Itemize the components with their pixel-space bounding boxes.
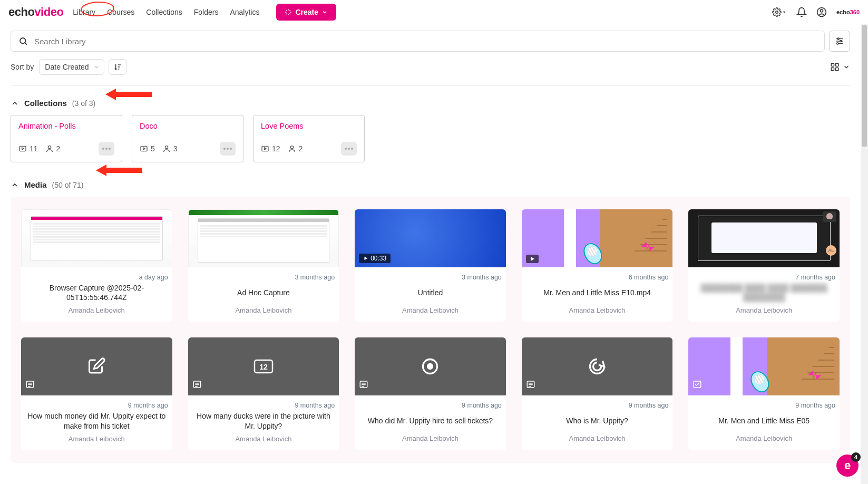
svg-point-30 <box>227 148 229 150</box>
media-card[interactable]: 9 months ago How much money did Mr. Uppi… <box>21 337 172 450</box>
svg-point-52 <box>428 364 433 369</box>
collection-menu-button[interactable] <box>220 142 236 156</box>
media-thumbnail: AL <box>688 209 840 267</box>
svg-point-24 <box>105 148 108 150</box>
filter-button[interactable] <box>829 31 850 52</box>
notifications-button[interactable] <box>796 7 807 17</box>
media-date: 3 months ago <box>357 274 504 281</box>
check-badge <box>693 380 702 391</box>
sparkle-icon <box>285 8 292 16</box>
duration-badge: 00:33 <box>359 254 391 263</box>
scrollbar-thumb[interactable] <box>862 25 867 147</box>
media-title: Ad Hoc Capture <box>190 283 337 302</box>
media-icon <box>140 144 148 153</box>
settings-button[interactable] <box>772 7 787 17</box>
collection-items: 12 <box>261 144 280 153</box>
help-fab[interactable]: e 4 <box>836 454 859 477</box>
nav-library[interactable]: Library <box>73 8 95 16</box>
nav-analytics[interactable]: Analytics <box>230 8 259 16</box>
user-icon <box>816 7 827 17</box>
play-icon <box>363 256 368 261</box>
media-thumbnail <box>21 337 172 395</box>
chevron-up-icon <box>11 181 19 189</box>
collection-card[interactable]: Love Poems 12 2 <box>253 115 365 162</box>
media-card[interactable]: 9 months ago Who is Mr. Uppity? Amanda L… <box>522 337 673 450</box>
media-author: Amanda Leibovich <box>690 306 837 314</box>
media-date: 3 months ago <box>190 274 337 281</box>
fab-badge: 4 <box>851 452 861 462</box>
gear-icon <box>772 7 782 17</box>
media-card[interactable]: 9 months ago Who did Mr. Uppity hire to … <box>355 337 506 450</box>
collection-card[interactable]: Doco 5 3 <box>132 115 243 162</box>
media-author: Amanda Leibovich <box>190 306 337 314</box>
media-grid: a day ago Browser Capture @2025-02-05T15… <box>21 209 840 450</box>
profile-button[interactable] <box>816 7 827 17</box>
collection-items: 5 <box>140 144 155 153</box>
svg-point-3 <box>820 9 823 12</box>
svg-point-11 <box>837 43 838 44</box>
collection-card[interactable]: Animation - Polls 11 2 <box>11 115 122 162</box>
media-thumbnail <box>21 209 172 267</box>
media-card[interactable]: AL 7 months ago ████████ ████ ████ █████… <box>688 209 840 322</box>
checklist-icon <box>693 380 702 389</box>
media-card[interactable]: 3 months ago Ad Hoc Capture Amanda Leibo… <box>188 209 339 322</box>
media-title: How many ducks were in the picture with … <box>190 411 337 430</box>
sort-value: Date Created <box>45 63 89 71</box>
media-card[interactable]: 12 9 months ago How many ducks were in t… <box>188 337 339 450</box>
svg-rect-20 <box>19 146 26 151</box>
svg-point-37 <box>351 148 353 150</box>
brand-small[interactable]: echo360 <box>836 9 860 15</box>
nav-courses[interactable]: Courses <box>107 8 134 16</box>
nav-folders[interactable]: Folders <box>194 8 219 16</box>
sort-select[interactable]: Date Created <box>39 59 104 75</box>
scrollbar[interactable] <box>861 24 868 484</box>
svg-point-36 <box>348 148 350 150</box>
dots-icon <box>102 148 111 150</box>
media-author: Amanda Leibovich <box>524 434 671 442</box>
collection-title: Love Poems <box>261 122 357 130</box>
users-icon <box>162 144 171 153</box>
caret-down-icon <box>782 9 787 15</box>
media-thumbnail <box>688 337 840 395</box>
write-icon <box>87 357 106 376</box>
media-section: a day ago Browser Capture @2025-02-05T15… <box>11 197 850 463</box>
media-icon <box>18 144 27 153</box>
logo-part2: video <box>34 5 63 18</box>
collection-menu-button[interactable] <box>99 142 114 156</box>
collection-items: 11 <box>18 144 38 153</box>
media-card[interactable]: a day ago Browser Capture @2025-02-05T15… <box>21 209 172 322</box>
media-date: 7 months ago <box>690 274 837 281</box>
media-header[interactable]: Media (50 of 71) <box>11 180 850 189</box>
media-title: Media <box>24 180 47 189</box>
collection-users: 2 <box>45 144 61 153</box>
search-bar[interactable] <box>11 31 825 52</box>
users-icon <box>45 144 54 153</box>
svg-rect-26 <box>141 146 147 151</box>
nav-collections[interactable]: Collections <box>146 8 182 16</box>
sort-direction-button[interactable] <box>109 59 126 75</box>
media-icon <box>261 144 269 153</box>
media-card[interactable]: 00:33 3 months ago Untitled Amanda Leibo… <box>355 209 506 322</box>
media-date: 6 months ago <box>524 274 671 281</box>
collection-menu-button[interactable] <box>341 142 357 156</box>
svg-marker-21 <box>22 148 24 150</box>
media-date: 9 months ago <box>23 402 170 409</box>
create-button[interactable]: Create <box>276 4 336 21</box>
collections-title: Collections <box>24 99 67 108</box>
collections-header[interactable]: Collections (3 of 3) <box>11 99 850 108</box>
media-card[interactable]: 9 months ago Mr. Men and Little Miss E05… <box>688 337 840 450</box>
svg-rect-18 <box>836 68 838 71</box>
media-thumbnail: 12 <box>188 337 339 395</box>
collections-count: (3 of 3) <box>72 99 95 108</box>
search-input[interactable] <box>34 37 817 46</box>
top-bar: echovideo Library Courses Collections Fo… <box>0 0 868 24</box>
svg-point-23 <box>102 148 104 150</box>
svg-point-35 <box>345 148 347 150</box>
logo[interactable]: echovideo <box>8 5 63 19</box>
media-date: 9 months ago <box>190 402 337 409</box>
view-toggle[interactable] <box>830 62 850 72</box>
svg-point-29 <box>223 148 226 150</box>
chevron-down-icon <box>843 63 850 71</box>
media-card[interactable]: 6 months ago Mr. Men and Little Miss E10… <box>522 209 673 322</box>
svg-text:12: 12 <box>259 363 268 371</box>
